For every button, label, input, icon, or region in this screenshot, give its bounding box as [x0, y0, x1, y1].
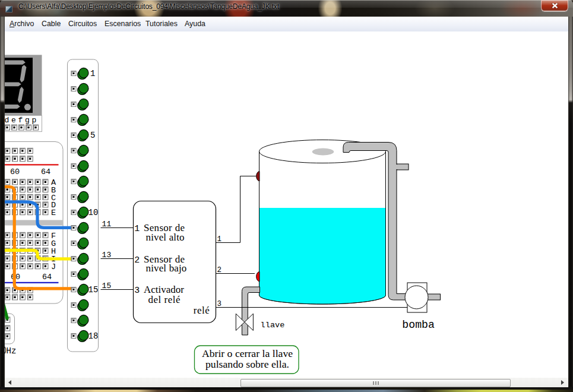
svg-text:64: 64	[41, 167, 50, 176]
svg-text:nivel alto: nivel alto	[146, 232, 185, 243]
svg-text:13: 13	[102, 251, 112, 260]
svg-text:E: E	[51, 208, 56, 217]
svg-text:relé: relé	[194, 305, 210, 316]
svg-text:18: 18	[88, 331, 99, 341]
svg-text:11: 11	[102, 220, 112, 229]
svg-text:bomba: bomba	[402, 319, 435, 331]
svg-text:g: g	[25, 116, 30, 125]
svg-text:3: 3	[217, 300, 222, 308]
svg-text:15: 15	[102, 282, 112, 290]
svg-text:2: 2	[217, 266, 222, 274]
svg-text:15: 15	[88, 285, 99, 295]
svg-text:d: d	[5, 116, 9, 125]
svg-text:J: J	[51, 263, 56, 271]
svg-text:2: 2	[134, 255, 140, 265]
svg-text:nivel bajo: nivel bajo	[146, 263, 187, 274]
svg-text:10: 10	[88, 208, 99, 217]
svg-text:1: 1	[134, 224, 140, 234]
svg-text:e: e	[11, 116, 16, 125]
svg-text:60: 60	[10, 167, 20, 176]
svg-text:1: 1	[217, 235, 222, 244]
svg-text:5: 5	[90, 131, 95, 140]
svg-text:64: 64	[42, 273, 52, 282]
svg-text:pulsando sobre ella.: pulsando sobre ella.	[205, 358, 289, 370]
svg-text:Hz: Hz	[7, 346, 17, 356]
svg-text:1: 1	[90, 69, 95, 78]
svg-text:Abrir o cerrar la llave: Abrir o cerrar la llave	[202, 347, 293, 359]
svg-text:3: 3	[134, 286, 140, 296]
svg-text:f: f	[18, 116, 23, 125]
svg-text:del relé: del relé	[148, 294, 181, 305]
svg-text:p: p	[31, 116, 36, 125]
svg-text:llave: llave	[261, 321, 285, 330]
